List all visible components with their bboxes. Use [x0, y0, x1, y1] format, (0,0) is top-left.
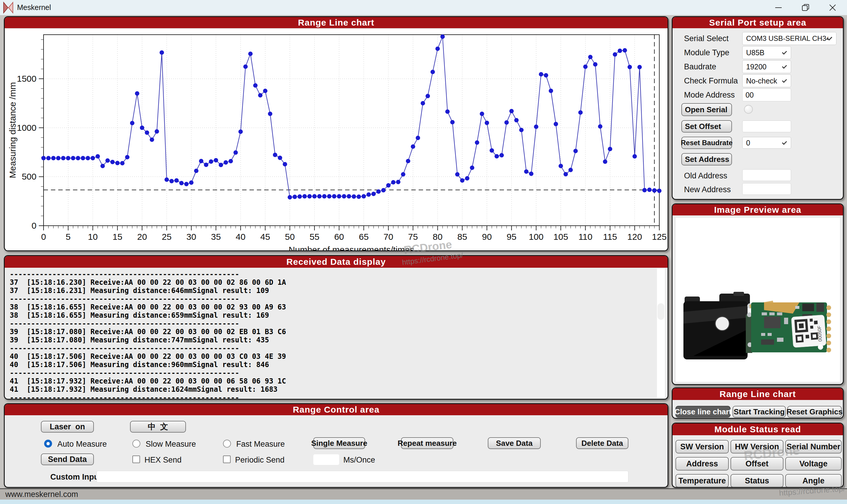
- module-status-voltage-button[interactable]: Voltage: [785, 457, 842, 470]
- check-formula-value: No-check: [746, 77, 777, 85]
- image-preview-panel: Image Preview area: [672, 203, 844, 385]
- titlebar: Meskernel: [0, 0, 847, 15]
- chart-area: 0510152025303540455055606570758085909510…: [5, 29, 667, 250]
- range-buttons-panel-title: Range Line chart: [673, 388, 843, 400]
- log-line: 37 [15:18:16.230] Receive:AA 00 00 22 00…: [5, 278, 667, 287]
- mode-address-label: Mode Address: [684, 91, 735, 100]
- svg-text:1000: 1000: [17, 123, 36, 132]
- svg-text:70: 70: [383, 232, 393, 241]
- rangefinder-module-image: 00050F: [676, 218, 840, 382]
- svg-text:0: 0: [41, 232, 46, 241]
- svg-text:105: 105: [553, 232, 568, 241]
- close-button[interactable]: [820, 0, 845, 15]
- old-address-label: Old Address: [684, 171, 727, 180]
- serial-select-dropdown[interactable]: COM3 USB-SERIAL CH34: [742, 32, 836, 45]
- module-status-offset-button[interactable]: Offset: [730, 457, 783, 470]
- range-line-chart-panel: Range Line chart 05101520253035404550556…: [4, 16, 669, 251]
- module-status-temperature-button[interactable]: Temperature: [675, 474, 729, 488]
- periodic-send-checkbox[interactable]: [223, 455, 231, 463]
- range-control-panel: Range Control area Laser on 中 文 Auto Mea…: [4, 403, 669, 488]
- repeat-measure-button[interactable]: Repeat measure: [401, 437, 453, 449]
- start-tracking-button[interactable]: Start Tracking: [732, 406, 786, 418]
- svg-text:85: 85: [457, 232, 467, 241]
- auto-measure-label: Auto Measure: [57, 439, 107, 449]
- ms-once-input[interactable]: [313, 454, 339, 465]
- chinese-language-button[interactable]: 中 文: [130, 421, 186, 433]
- close-icon: [828, 3, 837, 12]
- svg-text:20: 20: [137, 232, 147, 241]
- svg-text:40: 40: [236, 232, 245, 241]
- log-line: 37 [15:18:16.231] Measuring distance:646…: [5, 287, 667, 295]
- log-lines: ----------------------------------------…: [5, 269, 667, 400]
- svg-text:35: 35: [211, 232, 221, 241]
- log-line: 38 [15:18:16.655] Measuring distance:659…: [5, 311, 667, 320]
- baudrate-dropdown[interactable]: 19200: [742, 60, 791, 73]
- status-bar-text: www.meskernel.com: [5, 490, 78, 499]
- reset-baudrate-value: 0: [746, 139, 750, 147]
- log-line: ----------------------------------------…: [5, 295, 667, 303]
- send-data-button[interactable]: Send Data: [41, 453, 94, 465]
- svg-text:Number of measurements/times: Number of measurements/times: [289, 245, 414, 251]
- single-measure-button[interactable]: Single Measure: [313, 437, 365, 449]
- serial-port-panel: Serial Port setup area Serial Select COM…: [672, 16, 844, 200]
- app-logo-icon: [2, 1, 14, 14]
- delete-data-button[interactable]: Delete Data: [576, 437, 628, 449]
- set-offset-button[interactable]: Set Offset: [681, 120, 732, 132]
- open-serial-button[interactable]: Open Serial: [681, 103, 732, 116]
- auto-measure-radio[interactable]: [44, 439, 52, 448]
- log-line: 39 [15:18:17.080] Receive:AA 00 00 22 00…: [5, 328, 667, 336]
- ms-once-label: Ms/Once: [343, 455, 375, 465]
- serial-panel-title: Serial Port setup area: [673, 17, 843, 28]
- module-status-hw-version-button[interactable]: HW Version: [730, 440, 783, 453]
- received-data-panel: Received Data display ------------------…: [4, 255, 669, 400]
- offset-input[interactable]: [742, 121, 791, 132]
- custom-input-field[interactable]: [97, 471, 628, 483]
- chevron-down-icon: [782, 64, 787, 69]
- fast-measure-radio[interactable]: [223, 439, 231, 448]
- module-status-address-button[interactable]: Address: [675, 457, 729, 470]
- hex-send-checkbox[interactable]: [133, 455, 140, 463]
- log-line: 41 [15:18:17.932] Receive:AA 00 00 22 00…: [5, 377, 667, 385]
- custom-input-label: Custom Input: [50, 472, 102, 482]
- reset-baudrate-dropdown[interactable]: 0: [742, 137, 791, 149]
- status-bar: www.meskernel.com: [0, 488, 847, 500]
- old-address-input[interactable]: [742, 169, 791, 181]
- fast-measure-label: Fast Measure: [236, 439, 285, 449]
- module-status-panel: Module Status read SW VersionHW VersionS…: [672, 422, 844, 488]
- svg-text:55: 55: [310, 232, 319, 241]
- laser-on-button[interactable]: Laser on: [41, 421, 94, 433]
- reset-graphics-button[interactable]: Reset Graphics: [787, 406, 842, 418]
- reset-baudrate-button[interactable]: Reset Baudrate: [681, 137, 732, 149]
- log-line: ----------------------------------------…: [5, 344, 667, 353]
- set-address-button[interactable]: Set Address: [681, 153, 732, 165]
- range-chart-buttons-panel: Range Line chart Close line chartStart T…: [672, 387, 844, 419]
- module-status-status-button[interactable]: Status: [730, 474, 783, 488]
- save-data-button[interactable]: Save Data: [488, 437, 541, 449]
- log-line: 39 [15:18:17.080] Measuring distance:747…: [5, 336, 667, 344]
- received-data-display[interactable]: ----------------------------------------…: [5, 269, 667, 398]
- baudrate-label: Baudrate: [684, 62, 716, 71]
- module-type-dropdown[interactable]: U85B: [742, 46, 791, 59]
- close-line-chart-button[interactable]: Close line chart: [675, 406, 730, 418]
- slow-measure-radio[interactable]: [133, 439, 140, 448]
- serial-select-value: COM3 USB-SERIAL CH34: [746, 34, 828, 42]
- maximize-button[interactable]: [793, 0, 818, 15]
- app-window: Meskernel Range Line chart 0510152025303…: [0, 0, 847, 504]
- svg-text:500: 500: [22, 172, 36, 181]
- mode-address-input[interactable]: [742, 88, 791, 102]
- svg-text:120: 120: [627, 232, 642, 241]
- minimize-button[interactable]: [766, 0, 791, 15]
- new-address-input[interactable]: [742, 183, 791, 195]
- module-status-angle-button[interactable]: Angle: [785, 474, 842, 488]
- control-panel-title: Range Control area: [5, 404, 668, 415]
- svg-text:0: 0: [32, 221, 36, 230]
- svg-text:45: 45: [260, 232, 270, 241]
- log-scrollbar-thumb[interactable]: [658, 303, 664, 320]
- log-scrollbar-track[interactable]: [657, 269, 665, 398]
- svg-text:50: 50: [285, 232, 295, 241]
- svg-text:75: 75: [408, 232, 418, 241]
- check-formula-dropdown[interactable]: No-check: [742, 74, 791, 87]
- measurement-line-chart: 0510152025303540455055606570758085909510…: [5, 29, 667, 250]
- module-status-serial-number-button[interactable]: Serial Number: [785, 440, 842, 453]
- module-status-sw-version-button[interactable]: SW Version: [675, 440, 729, 453]
